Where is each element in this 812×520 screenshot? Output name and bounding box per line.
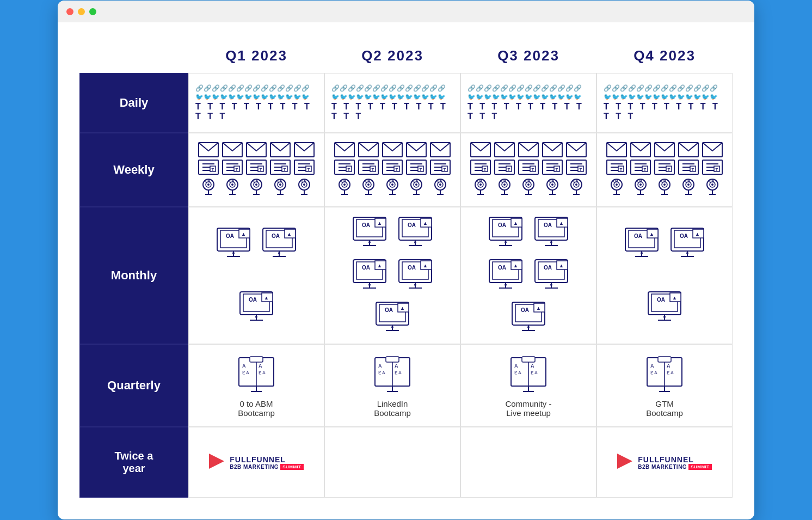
svg-text:T: T	[307, 167, 310, 172]
svg-text:A: A	[378, 363, 382, 369]
svg-point-304	[368, 284, 371, 286]
svg-point-376	[686, 252, 688, 254]
monitor-icon: OA▲	[238, 291, 275, 325]
svg-point-250	[687, 183, 690, 186]
svg-text:T: T	[668, 167, 670, 172]
newsletter-icon: T	[678, 160, 699, 175]
monitor-icon: OA▲	[510, 301, 547, 335]
header-empty	[79, 39, 188, 73]
svg-text:T: T	[580, 167, 582, 172]
svg-text:T: T	[556, 167, 558, 172]
row-label-daily: Daily	[79, 73, 188, 133]
header-q4: Q4 2023	[596, 39, 733, 73]
row-label-quarterly: Quarterly	[79, 344, 188, 427]
monitor-icon: OA▲	[215, 227, 252, 261]
svg-rect-421	[658, 357, 671, 362]
svg-point-55	[279, 183, 281, 186]
svg-point-244	[663, 183, 666, 186]
envelope-icon	[678, 142, 699, 157]
svg-text:P̲ Ā: P̲ Ā	[514, 370, 521, 375]
svg-point-352	[550, 284, 552, 286]
daily-q3: 🔗🔗🔗🔗🔗🔗🔗🔗🔗🔗🔗🔗🔗🔗 🐦🐦🐦🐦🐦🐦🐦🐦🐦🐦🐦🐦🐦🐦 T T T T T …	[460, 73, 596, 133]
svg-rect-403	[386, 357, 399, 362]
svg-text:▲: ▲	[377, 221, 382, 226]
svg-point-336	[550, 241, 552, 243]
svg-text:OA: OA	[272, 233, 280, 239]
svg-text:A: A	[650, 363, 654, 369]
svg-point-126	[439, 183, 441, 186]
svg-text:T: T	[444, 167, 446, 172]
svg-text:OA: OA	[544, 222, 552, 228]
podcast-icon: OA	[678, 177, 699, 198]
envelope-icon	[294, 142, 315, 157]
minimize-dot[interactable]	[78, 8, 85, 15]
book-icon: A P̲ Ā A P̲ Ā	[507, 356, 550, 395]
summit-badge: SUMMIT	[280, 464, 304, 470]
svg-text:OA: OA	[657, 297, 665, 303]
podcast-icon: OA	[470, 177, 491, 198]
svg-text:▲: ▲	[559, 263, 564, 268]
newsletter-icon: T	[222, 160, 243, 175]
envelope-icon	[406, 142, 427, 157]
svg-text:OA: OA	[413, 179, 419, 183]
svg-text:OA: OA	[637, 179, 643, 183]
podcast-icon: OA	[566, 177, 587, 198]
monitor-icon: OA▲	[646, 291, 683, 325]
newsletter-icon: T	[606, 160, 627, 175]
podcast-icon: OA	[494, 177, 515, 198]
newsletter-icon: T	[294, 160, 315, 175]
quarterly-q4: A P̲ Ā A P̲ Ā GTM Bootcamp	[596, 344, 733, 427]
newsletter-icon: T	[470, 160, 491, 175]
row-label-weekly: Weekly	[79, 133, 188, 207]
envelope-icon	[470, 142, 491, 157]
svg-text:T: T	[484, 167, 487, 172]
quarterly-q3: A P̲ Ā A P̲ Ā Community - Live meetup	[460, 344, 596, 427]
podcast-icon: OA	[382, 177, 403, 198]
svg-text:T: T	[532, 167, 534, 172]
podcast-icon: OA	[542, 177, 563, 198]
quarterly-q1-label: 0 to ABM Bootcamp	[238, 399, 275, 418]
newsletter-icon: T	[654, 160, 675, 175]
monitor-icon: OA▲	[351, 259, 388, 292]
svg-text:OA: OA	[685, 179, 691, 183]
svg-text:A: A	[242, 363, 246, 369]
envelope-icon	[198, 142, 219, 157]
envelope-icon	[270, 142, 291, 157]
daily-q1-icons: 🔗🔗🔗🔗🔗🔗🔗🔗🔗🔗🔗🔗🔗🔗 🐦🐦🐦🐦🐦🐦🐦🐦🐦🐦🐦🐦🐦🐦 T T T T T …	[195, 84, 317, 121]
envelope-icon	[654, 142, 675, 157]
svg-text:OA: OA	[501, 179, 507, 183]
envelope-icon	[246, 142, 267, 157]
maximize-dot[interactable]	[89, 8, 96, 15]
svg-text:OA: OA	[680, 233, 688, 239]
envelope-icon	[382, 142, 403, 157]
svg-text:P̲ Ā: P̲ Ā	[378, 370, 385, 375]
svg-text:OA: OA	[408, 222, 416, 228]
svg-text:OA: OA	[549, 179, 555, 183]
svg-text:OA: OA	[613, 179, 619, 183]
envelope-icon	[702, 142, 723, 157]
svg-text:T: T	[212, 167, 214, 172]
envelope-icon	[334, 142, 355, 157]
podcast-icon: OA	[246, 177, 267, 198]
svg-text:T: T	[260, 167, 262, 172]
newsletter-icon: T	[334, 160, 355, 175]
twice-q3	[460, 427, 596, 498]
envelope-icon	[542, 142, 563, 157]
podcast-icon: OA	[334, 177, 355, 198]
svg-text:P̲ Ā: P̲ Ā	[242, 370, 249, 375]
svg-text:T: T	[716, 167, 718, 172]
podcast-icon: OA	[606, 177, 627, 198]
newsletter-icon: T	[702, 160, 723, 175]
svg-text:T: T	[348, 167, 350, 172]
svg-text:▲: ▲	[423, 263, 428, 268]
logo-text-top-q4: FULLFUNNEL	[638, 455, 711, 464]
newsletter-icon: T	[566, 160, 587, 175]
book-icon: A P̲ Ā A P̲ Ā	[371, 356, 414, 395]
weekly-q2: T T T T T OA OA OA OA OA	[324, 133, 460, 207]
svg-point-238	[639, 183, 642, 186]
content-area: Q1 2023 Q2 2023 Q3 2023 Q4 2023 Daily 🔗🔗…	[58, 22, 754, 519]
title-bar	[58, 1, 754, 22]
svg-text:P̲ Ā: P̲ Ā	[531, 370, 538, 375]
close-dot[interactable]	[66, 8, 73, 15]
svg-point-328	[505, 241, 507, 243]
